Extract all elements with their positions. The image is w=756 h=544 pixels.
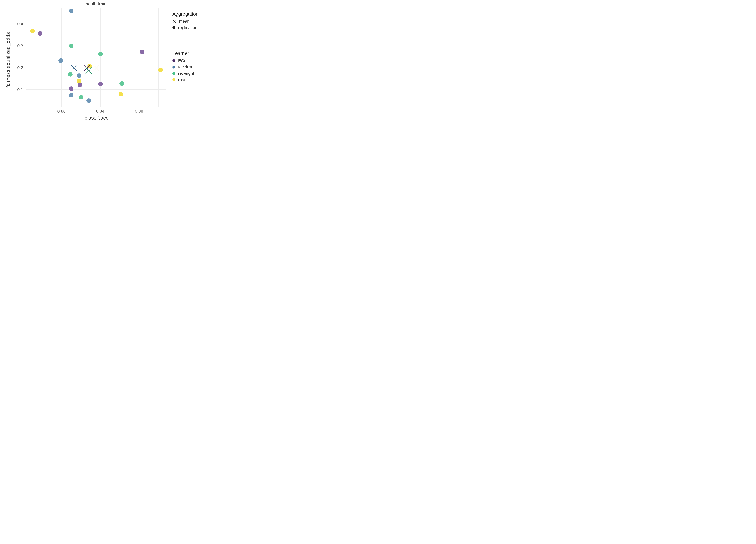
x-tick-label: 0.80 [57,109,66,114]
data-point [68,72,73,77]
x-axis-label: classif.acc [85,115,108,121]
legend-item-fairzlrm: fairzlrm [172,65,194,70]
legend-learner: Learner EOdfairzlrmreweightrpart [172,51,194,84]
dot-icon [172,59,175,62]
grid-vertical [139,8,139,107]
x-tick-label: 0.84 [96,109,104,114]
grid-horizontal [26,101,166,101]
legend-label: rpart [178,77,187,82]
cross-icon [172,19,176,23]
data-point [69,9,73,13]
legend-aggregation: Aggregation meanreplication [172,11,199,32]
legend-label: mean [179,19,190,24]
grid-horizontal [26,35,166,35]
data-point [98,82,103,86]
legend-label: EOd [178,58,187,63]
data-point [78,83,82,87]
data-point [119,81,124,86]
legend-item-mean: mean [172,19,199,24]
grid-horizontal [26,90,166,90]
x-tick-label: 0.88 [135,109,143,114]
y-tick-label: 0.4 [17,22,23,26]
legend-label: fairzlrm [178,65,192,70]
data-point [140,50,144,54]
data-point [79,95,83,99]
data-point [58,58,63,63]
data-point [87,64,92,68]
y-tick-label: 0.2 [17,65,23,70]
y-tick-label: 0.3 [17,44,23,48]
grid-horizontal [26,46,166,46]
legend-item-reweight: reweight [172,71,194,76]
data-point [98,52,103,56]
grid-horizontal [26,24,166,24]
legend-item-rpart: rpart [172,77,194,82]
grid-vertical [81,8,81,107]
grid-horizontal [26,68,166,68]
facet-title: adult_train [26,1,166,6]
figure: adult_train fairness.equalized_odds clas… [0,0,224,123]
data-point [69,44,73,48]
data-point [77,73,81,78]
grid-vertical [100,8,101,107]
dot-icon [172,26,175,29]
y-axis-label: fairness.equalized_odds [5,32,11,88]
grid-vertical [42,8,42,107]
data-point [69,86,73,91]
legend-item-replication: replication [172,25,199,30]
legend-label: reweight [178,71,194,76]
data-point [86,98,91,103]
grid-horizontal [26,79,166,79]
legend-learner-title: Learner [172,51,194,56]
plot-panel [26,8,166,107]
y-tick-label: 0.1 [17,87,23,92]
legend-aggregation-title: Aggregation [172,11,199,17]
dot-icon [172,78,175,81]
grid-horizontal [26,13,166,13]
legend-label: replication [178,25,197,30]
data-point [77,79,81,83]
data-point [30,29,35,33]
dot-icon [172,66,175,69]
data-point [119,92,123,96]
dot-icon [172,72,175,75]
data-point [158,68,163,72]
data-point [38,31,42,36]
legend-item-EOd: EOd [172,58,194,63]
grid-vertical [158,8,159,107]
grid-vertical [61,8,62,107]
data-point [69,93,73,98]
